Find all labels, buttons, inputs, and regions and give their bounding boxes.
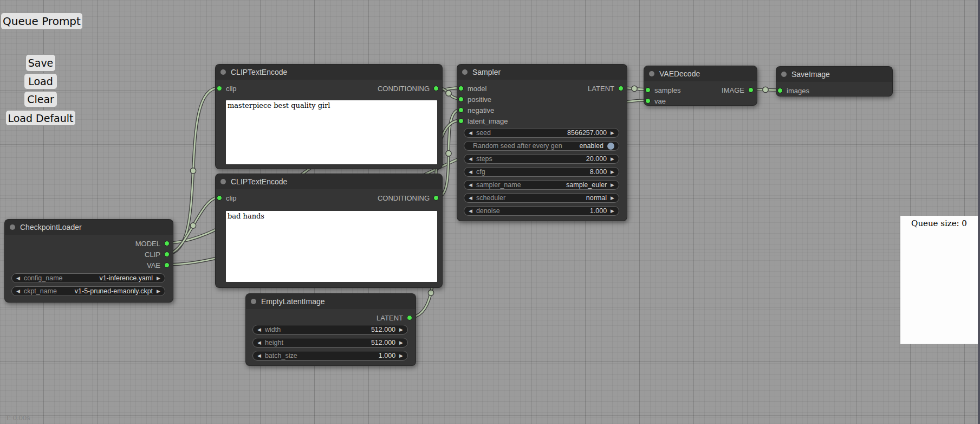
link-midpoint-dot[interactable] (190, 168, 196, 174)
node-title: EmptyLatentImage (261, 297, 325, 306)
widget-height[interactable]: ◀height512.000▶ (252, 338, 408, 348)
widget-batch_size[interactable]: ◀batch_size1.000▶ (252, 351, 408, 361)
link-midpoint-dot[interactable] (446, 151, 451, 156)
input-port-clip[interactable] (217, 195, 222, 201)
node-title-bar[interactable]: CheckpointLoader (5, 220, 173, 235)
widget-value: sample_euler (566, 181, 607, 189)
decrement-arrow-icon[interactable]: ◀ (469, 157, 472, 162)
collapse-dot-icon[interactable] (781, 72, 787, 77)
prompt-textarea[interactable]: masterpiece best quality girl (226, 100, 437, 164)
input-label: clip (226, 194, 237, 202)
decrement-arrow-icon[interactable]: ◀ (469, 209, 472, 214)
seed-toggle-icon[interactable] (607, 143, 614, 150)
collapse-dot-icon[interactable] (462, 69, 468, 75)
node-saveimage[interactable]: SaveImageimages (776, 66, 893, 97)
increment-arrow-icon[interactable]: ▶ (611, 183, 614, 188)
output-label: VAE (147, 261, 160, 269)
output-label: IMAGE (722, 86, 744, 94)
decrement-arrow-icon[interactable]: ◀ (257, 327, 261, 332)
decrement-arrow-icon[interactable]: ◀ (469, 131, 472, 136)
widget-cfg[interactable]: ◀cfg8.000▶ (464, 167, 619, 177)
widget-label: seed (476, 129, 491, 137)
increment-arrow-icon[interactable]: ▶ (157, 276, 160, 281)
decrement-arrow-icon[interactable]: ◀ (257, 354, 261, 358)
input-label: images (787, 87, 809, 95)
increment-arrow-icon[interactable]: ▶ (399, 354, 403, 358)
link-midpoint-dot[interactable] (763, 87, 768, 92)
widget-width[interactable]: ◀width512.000▶ (252, 325, 408, 335)
collapse-dot-icon[interactable] (251, 299, 256, 304)
collapse-dot-icon[interactable] (220, 69, 226, 75)
node-title-bar[interactable]: CLIPTextEncode (216, 174, 442, 189)
collapse-dot-icon[interactable] (220, 179, 226, 184)
decrement-arrow-icon[interactable]: ◀ (469, 183, 472, 188)
queue-size-label: Queue size: 0 (900, 219, 978, 228)
node-title-bar[interactable]: CLIPTextEncode (216, 65, 442, 80)
output-port-MODEL[interactable] (164, 241, 170, 246)
increment-arrow-icon[interactable]: ▶ (611, 170, 614, 175)
increment-arrow-icon[interactable]: ▶ (611, 196, 614, 201)
decrement-arrow-icon[interactable]: ◀ (257, 341, 261, 345)
link-midpoint-dot[interactable] (428, 290, 433, 295)
widget-denoise[interactable]: ◀denoise1.000▶ (464, 206, 619, 216)
widget-steps[interactable]: ◀steps20.000▶ (464, 154, 619, 164)
input-port-clip[interactable] (217, 86, 222, 91)
node-sampler[interactable]: Samplermodelpositivenegativelatent_image… (457, 64, 627, 221)
input-label: latent_image (468, 117, 508, 125)
increment-arrow-icon[interactable]: ▶ (611, 209, 614, 214)
increment-arrow-icon[interactable]: ▶ (611, 131, 614, 136)
link-midpoint-dot[interactable] (190, 223, 196, 228)
node-title: SaveImage (791, 70, 830, 79)
scrollbar-strip[interactable] (978, 0, 980, 424)
output-port-CLIP[interactable] (164, 252, 170, 257)
node-title-bar[interactable]: VAEDecode (644, 66, 757, 81)
output-port-CONDITIONING[interactable] (433, 195, 439, 201)
node-vaedecode[interactable]: VAEDecodesamplesvaeIMAGE (644, 66, 757, 106)
node-clip1[interactable]: CLIPTextEncodeclipCONDITIONINGmasterpiec… (215, 64, 443, 169)
output-port-IMAGE[interactable] (748, 87, 754, 93)
widget-label: scheduler (476, 194, 505, 202)
output-label: CONDITIONING (378, 85, 430, 93)
node-title-bar[interactable]: SaveImage (776, 67, 892, 82)
increment-arrow-icon[interactable]: ▶ (611, 157, 614, 162)
widget-sampler_name[interactable]: ◀sampler_namesample_euler▶ (464, 180, 619, 190)
input-port-images[interactable] (777, 88, 783, 93)
output-port-VAE[interactable] (164, 262, 170, 268)
widget-ckpt_name[interactable]: ◀ckpt_namev1-5-pruned-emaonly.ckpt▶ (11, 286, 165, 296)
input-port-negative[interactable] (458, 107, 464, 113)
input-port-vae[interactable] (645, 98, 651, 104)
link-midpoint-dot[interactable] (632, 86, 637, 91)
collapse-dot-icon[interactable] (10, 224, 15, 230)
decrement-arrow-icon[interactable]: ◀ (16, 289, 20, 294)
increment-arrow-icon[interactable]: ▶ (399, 341, 403, 345)
node-title-bar[interactable]: Sampler (457, 65, 627, 80)
prompt-textarea[interactable]: bad hands (226, 211, 437, 282)
output-port-LATENT[interactable] (407, 315, 412, 320)
widget-random-seed-after-every-gen[interactable]: Random seed after every genenabled (464, 141, 619, 151)
decrement-arrow-icon[interactable]: ◀ (16, 276, 20, 281)
collapse-dot-icon[interactable] (649, 71, 654, 76)
node-graph-canvas[interactable]: CheckpointLoaderMODELCLIPVAE◀config_name… (0, 0, 980, 424)
node-clip2[interactable]: CLIPTextEncodeclipCONDITIONINGbad hands (215, 174, 443, 288)
widget-seed[interactable]: ◀seed8566257.000▶ (464, 128, 619, 138)
increment-arrow-icon[interactable]: ▶ (157, 289, 160, 294)
node-emptylatent[interactable]: EmptyLatentImageLATENT◀width512.000▶◀hei… (245, 293, 416, 366)
widget-scheduler[interactable]: ◀schedulernormal▶ (464, 193, 619, 203)
input-port-model[interactable] (458, 86, 464, 91)
node-title-bar[interactable]: EmptyLatentImage (246, 294, 416, 309)
input-port-positive[interactable] (458, 97, 464, 102)
input-port-latent_image[interactable] (458, 118, 464, 124)
decrement-arrow-icon[interactable]: ◀ (469, 196, 472, 201)
output-port-CONDITIONING[interactable] (433, 86, 439, 91)
decrement-arrow-icon[interactable]: ◀ (469, 170, 472, 175)
comfy-menu-panel: Queue size: 0 (900, 216, 978, 344)
node-checkpointloader[interactable]: CheckpointLoaderMODELCLIPVAE◀config_name… (4, 219, 173, 303)
link-midpoint-dot[interactable] (446, 91, 451, 96)
input-port-samples[interactable] (645, 87, 651, 93)
increment-arrow-icon[interactable]: ▶ (399, 327, 403, 332)
widget-value: 1.000 (379, 352, 395, 359)
widget-config_name[interactable]: ◀config_namev1-inference.yaml▶ (11, 273, 165, 283)
widget-label: steps (476, 155, 492, 163)
output-port-LATENT[interactable] (618, 86, 624, 91)
widget-label: cfg (476, 168, 485, 176)
